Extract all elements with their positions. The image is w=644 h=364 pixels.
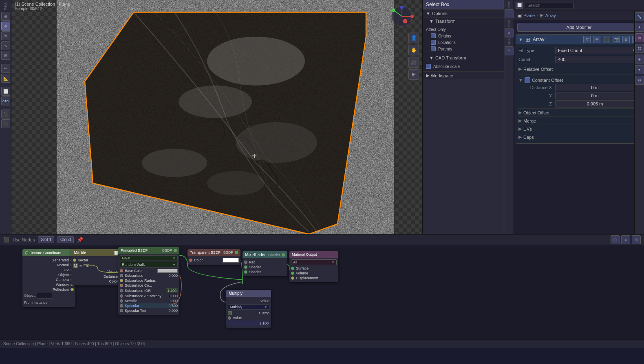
rt-tab-material[interactable]: ●: [635, 65, 644, 74]
object-socket: Object: [24, 272, 74, 277]
node-tool2[interactable]: ≡: [621, 235, 630, 244]
absolute-scale-checkbox[interactable]: [426, 64, 431, 69]
breadcrumb-plane[interactable]: Plane: [523, 13, 535, 18]
modifier-panel-icon1[interactable]: ⬜: [516, 2, 523, 9]
multiply-title: Multiply: [229, 291, 243, 296]
array-vis2-icon[interactable]: ⬛: [603, 36, 610, 43]
transparent-color-swatch[interactable]: [223, 258, 239, 263]
object-input[interactable]: [37, 293, 53, 298]
cad-transform-section[interactable]: ▼ CAD Transform: [423, 54, 504, 61]
subsurface-ior-val[interactable]: 1.400: [166, 288, 178, 293]
marble-name: Marble: [79, 264, 91, 268]
pin-icon[interactable]: 📌: [77, 237, 83, 243]
viewport-canvas[interactable]: ✛ 👤: [11, 0, 422, 234]
uvs-row[interactable]: ▶ UVs: [518, 125, 640, 133]
relative-offset-row[interactable]: ▶ Relative Offset: [518, 65, 640, 73]
tool-cad[interactable]: CAD: [1, 96, 10, 105]
node-editor-content[interactable]: ⬡ Texture Coordinate Generated Normal UV: [0, 245, 644, 340]
base-color-preview[interactable]: [157, 269, 178, 273]
specular-tint-socket: Specular Tint 0.000: [120, 308, 178, 313]
origins-label: Origins: [438, 34, 451, 38]
array-render-icon[interactable]: 📷: [613, 36, 620, 43]
edit-tab[interactable]: E: [505, 46, 514, 55]
node-editor-right-tools: ⬡ ≡ ⊞: [611, 235, 641, 244]
parents-row[interactable]: Parents: [426, 46, 501, 52]
array-collapse-icon[interactable]: ▼: [518, 37, 523, 42]
distance-z-row: Z 0.005 m: [518, 100, 640, 107]
node-tool1[interactable]: ⬡: [611, 235, 620, 244]
subsurface-val: 0.000: [168, 274, 178, 278]
rt-tab-particles[interactable]: ✦: [635, 23, 644, 32]
fit-type-value[interactable]: Fixed Count ▼: [555, 47, 640, 54]
rt-tab-constraints[interactable]: ⛓: [635, 44, 644, 53]
options-panel: Select Box ▼ Options ▼ Transform Affect …: [422, 0, 504, 234]
material-selector[interactable]: Cloud: [57, 236, 74, 243]
multiply-clamp-check[interactable]: [228, 311, 232, 315]
distribution-row: GGX ▼: [120, 255, 178, 261]
tool-camera[interactable]: ⬛: [1, 119, 10, 128]
tool-cursor[interactable]: ⊕: [1, 12, 10, 21]
add-modifier-button[interactable]: Add Modifier: [517, 23, 641, 32]
mix-shader2-socket: Shader: [244, 270, 286, 274]
rt-tab-modifier[interactable]: ⊞: [635, 33, 644, 42]
constant-offset-title[interactable]: ▼ Constant Offset: [518, 77, 640, 84]
breadcrumb-array[interactable]: Array: [545, 13, 556, 18]
vp-tool-camera[interactable]: 🎥: [408, 57, 419, 68]
specular-tint-val: 0.000: [168, 309, 178, 313]
surface-socket: Surface: [291, 266, 337, 271]
parents-checkbox[interactable]: [431, 46, 436, 51]
array-filter-icon[interactable]: ▽: [583, 36, 591, 43]
modifier-search[interactable]: [525, 2, 573, 9]
constant-offset-checkbox[interactable]: [525, 77, 530, 83]
merge-row[interactable]: ▶ Merge: [518, 116, 640, 125]
rt-tab-data[interactable]: ◈: [635, 55, 644, 64]
vp-tool-grid[interactable]: ⊞: [408, 69, 419, 80]
svg-point-5: [142, 149, 207, 177]
breadcrumb-sep: ›: [536, 13, 538, 18]
origins-row[interactable]: Origins: [426, 33, 501, 39]
distance-x-value[interactable]: 0 m: [555, 84, 635, 91]
tool-annotate[interactable]: ✏: [1, 64, 10, 73]
tool-move[interactable]: ✥: [1, 22, 10, 31]
count-value[interactable]: 400: [555, 56, 640, 63]
object-offset-row[interactable]: ▶ Object Offset: [518, 108, 640, 116]
breadcrumb: ▣ Plane › ⊞ Array ›: [514, 11, 644, 20]
transform-section[interactable]: ▼ Transform: [423, 17, 504, 25]
tex-coord-title: Texture Coordinate: [30, 251, 61, 255]
nav-gizmo[interactable]: [390, 4, 414, 29]
tool-render[interactable]: ⬛: [1, 110, 10, 118]
caps-row[interactable]: ▶ Caps: [518, 133, 640, 141]
subsurface-ior-socket: Subsurface IOR 1.400: [120, 288, 178, 294]
subsurface-method-select[interactable]: Random Walk ▼: [120, 262, 178, 268]
distance-y-value[interactable]: 0 m: [555, 92, 635, 99]
locations-checkbox[interactable]: [431, 40, 436, 45]
node-tool3[interactable]: ⊞: [632, 235, 641, 244]
locations-row[interactable]: Locations: [426, 39, 501, 46]
rt-tab-wrench[interactable]: 🔧: [635, 12, 644, 21]
distance-z-value[interactable]: 0.005 m: [555, 100, 635, 107]
view-tab[interactable]: V: [505, 29, 514, 37]
base-color-label: Base Color: [125, 269, 143, 273]
slot-selector[interactable]: Slot 1: [38, 236, 54, 243]
origins-checkbox[interactable]: [431, 33, 436, 38]
tool-add[interactable]: ⬜: [1, 87, 10, 96]
rt-tab-object[interactable]: ⚙: [635, 76, 644, 85]
marble-vector-in: Vector: [73, 258, 123, 263]
array-expand-icon[interactable]: ⊕: [622, 36, 630, 43]
vp-tool-hand[interactable]: ✋: [408, 45, 419, 55]
tool-tab[interactable]: T: [505, 9, 514, 18]
distribution-value: GGX: [122, 256, 130, 260]
multiply-operation-select[interactable]: Multiply ▼: [228, 304, 269, 310]
tool-transform[interactable]: ⊞: [1, 51, 10, 60]
mat-target-select[interactable]: All ▼: [291, 259, 337, 265]
array-vis1-icon[interactable]: 👁: [593, 36, 600, 43]
absolute-scale-row[interactable]: Absolute scale: [426, 63, 501, 70]
vp-tool-person[interactable]: 👤: [408, 33, 419, 43]
multiply-value2-val[interactable]: 2.100: [228, 320, 269, 326]
options-section-title[interactable]: ▼ Options: [423, 9, 504, 17]
tool-scale[interactable]: ⤡: [1, 41, 10, 50]
tool-measure[interactable]: 📐: [1, 74, 10, 83]
workspace-section[interactable]: ▶ Workspace: [423, 71, 504, 79]
distribution-select[interactable]: GGX ▼: [120, 255, 178, 261]
tool-rotate[interactable]: ↻: [1, 31, 10, 40]
